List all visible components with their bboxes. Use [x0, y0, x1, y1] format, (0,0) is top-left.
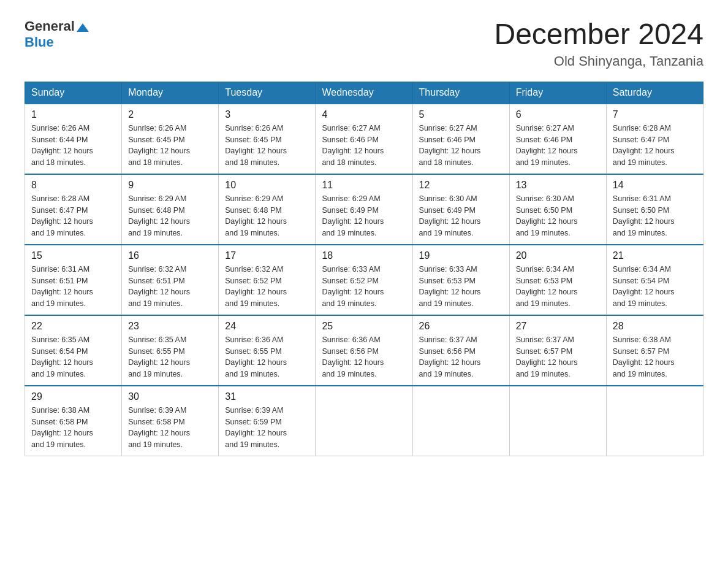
day-info: Sunrise: 6:31 AM Sunset: 6:50 PM Dayligh…	[613, 193, 697, 239]
day-number: 28	[613, 321, 697, 332]
calendar-cell: 27 Sunrise: 6:37 AM Sunset: 6:57 PM Dayl…	[509, 315, 606, 386]
calendar-cell: 13 Sunrise: 6:30 AM Sunset: 6:50 PM Dayl…	[509, 174, 606, 245]
calendar-header-row: SundayMondayTuesdayWednesdayThursdayFrid…	[25, 82, 703, 104]
page-header: General Blue December 2024 Old Shinyanga…	[25, 18, 703, 69]
calendar-cell: 10 Sunrise: 6:29 AM Sunset: 6:48 PM Dayl…	[219, 174, 316, 245]
day-number: 21	[613, 250, 697, 261]
day-info: Sunrise: 6:27 AM Sunset: 6:46 PM Dayligh…	[322, 123, 406, 169]
day-info: Sunrise: 6:28 AM Sunset: 6:47 PM Dayligh…	[31, 193, 115, 239]
day-number: 10	[225, 180, 309, 191]
day-info: Sunrise: 6:39 AM Sunset: 6:59 PM Dayligh…	[225, 405, 309, 451]
day-info: Sunrise: 6:27 AM Sunset: 6:46 PM Dayligh…	[419, 123, 503, 169]
calendar-cell: 4 Sunrise: 6:27 AM Sunset: 6:46 PM Dayli…	[316, 104, 412, 174]
day-number: 30	[128, 391, 212, 402]
day-info: Sunrise: 6:29 AM Sunset: 6:48 PM Dayligh…	[128, 193, 212, 239]
day-info: Sunrise: 6:38 AM Sunset: 6:58 PM Dayligh…	[31, 405, 115, 451]
day-number: 24	[225, 321, 309, 332]
day-number: 1	[31, 109, 115, 120]
calendar-cell: 31 Sunrise: 6:39 AM Sunset: 6:59 PM Dayl…	[219, 386, 316, 456]
calendar-header-monday: Monday	[122, 82, 219, 104]
logo-general-text: General	[25, 18, 75, 34]
calendar-cell: 20 Sunrise: 6:34 AM Sunset: 6:53 PM Dayl…	[509, 245, 606, 315]
calendar-cell: 21 Sunrise: 6:34 AM Sunset: 6:54 PM Dayl…	[606, 245, 703, 315]
calendar-week-row: 15 Sunrise: 6:31 AM Sunset: 6:51 PM Dayl…	[25, 245, 703, 315]
day-info: Sunrise: 6:32 AM Sunset: 6:51 PM Dayligh…	[128, 264, 212, 310]
calendar-cell: 15 Sunrise: 6:31 AM Sunset: 6:51 PM Dayl…	[25, 245, 122, 315]
day-info: Sunrise: 6:37 AM Sunset: 6:57 PM Dayligh…	[516, 334, 600, 380]
calendar-week-row: 29 Sunrise: 6:38 AM Sunset: 6:58 PM Dayl…	[25, 386, 703, 456]
calendar-cell	[509, 386, 606, 456]
day-info: Sunrise: 6:32 AM Sunset: 6:52 PM Dayligh…	[225, 264, 309, 310]
day-info: Sunrise: 6:30 AM Sunset: 6:49 PM Dayligh…	[419, 193, 503, 239]
day-number: 12	[419, 180, 503, 191]
day-info: Sunrise: 6:35 AM Sunset: 6:55 PM Dayligh…	[128, 334, 212, 380]
day-number: 2	[128, 109, 212, 120]
calendar-week-row: 1 Sunrise: 6:26 AM Sunset: 6:44 PM Dayli…	[25, 104, 703, 174]
day-number: 7	[613, 109, 697, 120]
day-number: 29	[31, 391, 115, 402]
calendar-week-row: 8 Sunrise: 6:28 AM Sunset: 6:47 PM Dayli…	[25, 174, 703, 245]
day-info: Sunrise: 6:28 AM Sunset: 6:47 PM Dayligh…	[613, 123, 697, 169]
day-number: 25	[322, 321, 406, 332]
day-number: 9	[128, 180, 212, 191]
day-info: Sunrise: 6:34 AM Sunset: 6:53 PM Dayligh…	[516, 264, 600, 310]
calendar-header-sunday: Sunday	[25, 82, 122, 104]
day-info: Sunrise: 6:33 AM Sunset: 6:52 PM Dayligh…	[322, 264, 406, 310]
calendar-header-wednesday: Wednesday	[316, 82, 412, 104]
day-number: 20	[516, 250, 600, 261]
calendar-cell: 3 Sunrise: 6:26 AM Sunset: 6:45 PM Dayli…	[219, 104, 316, 174]
logo: General Blue	[25, 18, 89, 50]
calendar-cell: 18 Sunrise: 6:33 AM Sunset: 6:52 PM Dayl…	[316, 245, 412, 315]
day-info: Sunrise: 6:30 AM Sunset: 6:50 PM Dayligh…	[516, 193, 600, 239]
day-info: Sunrise: 6:27 AM Sunset: 6:46 PM Dayligh…	[516, 123, 600, 169]
calendar-cell: 25 Sunrise: 6:36 AM Sunset: 6:56 PM Dayl…	[316, 315, 412, 386]
day-info: Sunrise: 6:29 AM Sunset: 6:49 PM Dayligh…	[322, 193, 406, 239]
calendar-cell: 30 Sunrise: 6:39 AM Sunset: 6:58 PM Dayl…	[122, 386, 219, 456]
calendar-header-saturday: Saturday	[606, 82, 703, 104]
day-number: 26	[419, 321, 503, 332]
day-info: Sunrise: 6:39 AM Sunset: 6:58 PM Dayligh…	[128, 405, 212, 451]
calendar-cell: 12 Sunrise: 6:30 AM Sunset: 6:49 PM Dayl…	[412, 174, 509, 245]
day-info: Sunrise: 6:37 AM Sunset: 6:56 PM Dayligh…	[419, 334, 503, 380]
calendar-cell	[606, 386, 703, 456]
calendar-cell: 9 Sunrise: 6:29 AM Sunset: 6:48 PM Dayli…	[122, 174, 219, 245]
day-number: 22	[31, 321, 115, 332]
calendar-cell: 23 Sunrise: 6:35 AM Sunset: 6:55 PM Dayl…	[122, 315, 219, 386]
calendar-cell: 28 Sunrise: 6:38 AM Sunset: 6:57 PM Dayl…	[606, 315, 703, 386]
calendar-cell: 19 Sunrise: 6:33 AM Sunset: 6:53 PM Dayl…	[412, 245, 509, 315]
day-info: Sunrise: 6:26 AM Sunset: 6:45 PM Dayligh…	[128, 123, 212, 169]
calendar-cell: 22 Sunrise: 6:35 AM Sunset: 6:54 PM Dayl…	[25, 315, 122, 386]
day-info: Sunrise: 6:31 AM Sunset: 6:51 PM Dayligh…	[31, 264, 115, 310]
calendar-cell: 14 Sunrise: 6:31 AM Sunset: 6:50 PM Dayl…	[606, 174, 703, 245]
day-number: 11	[322, 180, 406, 191]
calendar-cell: 1 Sunrise: 6:26 AM Sunset: 6:44 PM Dayli…	[25, 104, 122, 174]
day-info: Sunrise: 6:36 AM Sunset: 6:56 PM Dayligh…	[322, 334, 406, 380]
day-info: Sunrise: 6:35 AM Sunset: 6:54 PM Dayligh…	[31, 334, 115, 380]
day-number: 31	[225, 391, 309, 402]
title-section: December 2024 Old Shinyanga, Tanzania	[494, 18, 703, 69]
day-number: 16	[128, 250, 212, 261]
calendar-cell: 17 Sunrise: 6:32 AM Sunset: 6:52 PM Dayl…	[219, 245, 316, 315]
calendar-cell: 7 Sunrise: 6:28 AM Sunset: 6:47 PM Dayli…	[606, 104, 703, 174]
day-info: Sunrise: 6:26 AM Sunset: 6:44 PM Dayligh…	[31, 123, 115, 169]
day-info: Sunrise: 6:38 AM Sunset: 6:57 PM Dayligh…	[613, 334, 697, 380]
day-info: Sunrise: 6:36 AM Sunset: 6:55 PM Dayligh…	[225, 334, 309, 380]
day-number: 4	[322, 109, 406, 120]
calendar-cell: 6 Sunrise: 6:27 AM Sunset: 6:46 PM Dayli…	[509, 104, 606, 174]
day-info: Sunrise: 6:33 AM Sunset: 6:53 PM Dayligh…	[419, 264, 503, 310]
month-title: December 2024	[494, 18, 703, 51]
location-title: Old Shinyanga, Tanzania	[494, 53, 703, 69]
day-number: 6	[516, 109, 600, 120]
day-number: 13	[516, 180, 600, 191]
calendar-cell: 8 Sunrise: 6:28 AM Sunset: 6:47 PM Dayli…	[25, 174, 122, 245]
day-info: Sunrise: 6:29 AM Sunset: 6:48 PM Dayligh…	[225, 193, 309, 239]
calendar-cell: 5 Sunrise: 6:27 AM Sunset: 6:46 PM Dayli…	[412, 104, 509, 174]
calendar-cell: 29 Sunrise: 6:38 AM Sunset: 6:58 PM Dayl…	[25, 386, 122, 456]
day-number: 19	[419, 250, 503, 261]
calendar-header-friday: Friday	[509, 82, 606, 104]
calendar-cell: 26 Sunrise: 6:37 AM Sunset: 6:56 PM Dayl…	[412, 315, 509, 386]
day-number: 18	[322, 250, 406, 261]
calendar-table: SundayMondayTuesdayWednesdayThursdayFrid…	[25, 82, 703, 456]
day-number: 14	[613, 180, 697, 191]
day-number: 27	[516, 321, 600, 332]
